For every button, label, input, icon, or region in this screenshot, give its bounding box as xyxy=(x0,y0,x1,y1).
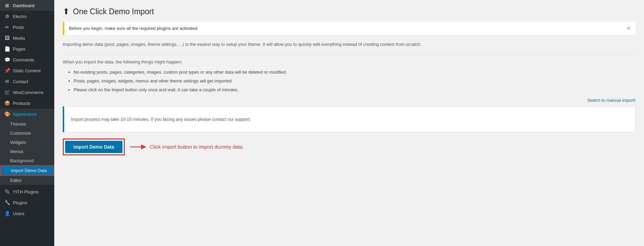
sidebar-item-yith-plugins[interactable]: 🔌 YITH Plugins xyxy=(0,186,54,197)
sidebar-item-pages[interactable]: 📄 Pages xyxy=(0,43,54,54)
sidebar-item-dashboard[interactable]: ⊞ Dashboard xyxy=(0,0,54,11)
import-process-text: Import process may take 10-15 minutes. I… xyxy=(71,117,251,122)
submenu-menus[interactable]: Menus xyxy=(0,147,54,156)
woocommerce-icon: 🛒 xyxy=(4,90,10,95)
sidebar-item-plugins[interactable]: 🔧 Plugins xyxy=(0,197,54,208)
pages-icon: 📄 xyxy=(4,46,10,52)
sidebar-item-posts[interactable]: ✏ Posts xyxy=(0,22,54,33)
switch-to-manual-import-link[interactable]: Switch to manual import! xyxy=(587,98,636,103)
sidebar-item-media[interactable]: 🖼 Media xyxy=(0,33,54,43)
notice-close-button[interactable]: ✕ xyxy=(626,25,631,32)
submenu-background[interactable]: Background xyxy=(0,156,54,165)
bullet-item-1: No existing posts, pages, categories, im… xyxy=(74,68,636,77)
dashboard-icon: ⊞ xyxy=(4,3,10,8)
sidebar-item-appearance[interactable]: 🎨 Appearance xyxy=(0,109,54,119)
contact-icon: ✉ xyxy=(4,79,10,84)
submenu-import-demo-data[interactable]: Import Demo Data xyxy=(0,165,54,176)
submenu-customize[interactable]: Customize xyxy=(0,129,54,138)
sidebar-item-comments[interactable]: 💬 Comments xyxy=(0,54,54,65)
bullet-list: No existing posts, pages, categories, im… xyxy=(63,68,636,94)
sidebar-item-products[interactable]: 📦 Products xyxy=(0,98,54,109)
when-import-label: When you import the data, the following … xyxy=(63,59,636,64)
bullet-item-2: Posts, pages, images, widgets, menus and… xyxy=(74,77,636,86)
bullet-item-3: Please click on the Import button only o… xyxy=(74,86,636,94)
import-demo-data-button[interactable]: Import Demo Data xyxy=(65,141,122,153)
notice-bar: Before you begin, make sure all the requ… xyxy=(63,22,636,35)
page-title: One Click Demo Import xyxy=(73,7,154,16)
submenu-editor[interactable]: Editor xyxy=(0,176,54,185)
arrow-right-icon xyxy=(130,143,147,151)
sidebar-item-static-content[interactable]: 📌 Static Content xyxy=(0,65,54,76)
plugins-icon: 🔧 xyxy=(4,200,10,205)
comments-icon: 💬 xyxy=(4,57,10,62)
import-process-box: Import process may take 10-15 minutes. I… xyxy=(63,106,636,132)
sidebar-item-users[interactable]: 👤 Users xyxy=(0,208,54,219)
appearance-submenu: Themes Customize Widgets Menus Backgroun… xyxy=(0,119,54,185)
yith-plugins-icon: 🔌 xyxy=(4,189,10,194)
divider-1 xyxy=(63,54,636,55)
upload-icon: ⬆ xyxy=(63,7,70,16)
notice-text: Before you begin, make sure all the requ… xyxy=(69,26,198,31)
products-icon: 📦 xyxy=(4,100,10,106)
main-content: ⬆ One Click Demo Import Before you begin… xyxy=(54,0,644,246)
sidebar-item-woocommerce[interactable]: 🛒 WooCommerce xyxy=(0,87,54,98)
import-hint-text: Click import button to import dummy data… xyxy=(150,144,244,150)
static-content-icon: 📌 xyxy=(4,68,10,73)
appearance-icon: 🎨 xyxy=(4,111,10,117)
import-action-area: Import Demo Data Click import button to … xyxy=(63,138,636,155)
page-description: Importing demo data (post, pages, images… xyxy=(63,41,636,48)
sidebar-item-electro[interactable]: ⚙ Electro xyxy=(0,11,54,22)
users-icon: 👤 xyxy=(4,211,10,216)
import-button-wrapper: Import Demo Data xyxy=(63,138,125,155)
sidebar-item-contact[interactable]: ✉ Contact xyxy=(0,76,54,87)
submenu-themes[interactable]: Themes xyxy=(0,119,54,129)
sidebar: ⊞ Dashboard ⚙ Electro ✏ Posts 🖼 Media 📄 … xyxy=(0,0,54,246)
media-icon: 🖼 xyxy=(4,35,10,41)
submenu-widgets[interactable]: Widgets xyxy=(0,138,54,147)
svg-marker-1 xyxy=(141,145,147,149)
page-title-area: ⬆ One Click Demo Import xyxy=(63,7,636,16)
posts-icon: ✏ xyxy=(4,24,10,30)
import-hint-area: Click import button to import dummy data… xyxy=(130,143,244,151)
electro-icon: ⚙ xyxy=(4,14,10,19)
switch-link-row: Switch to manual import! xyxy=(63,98,636,103)
